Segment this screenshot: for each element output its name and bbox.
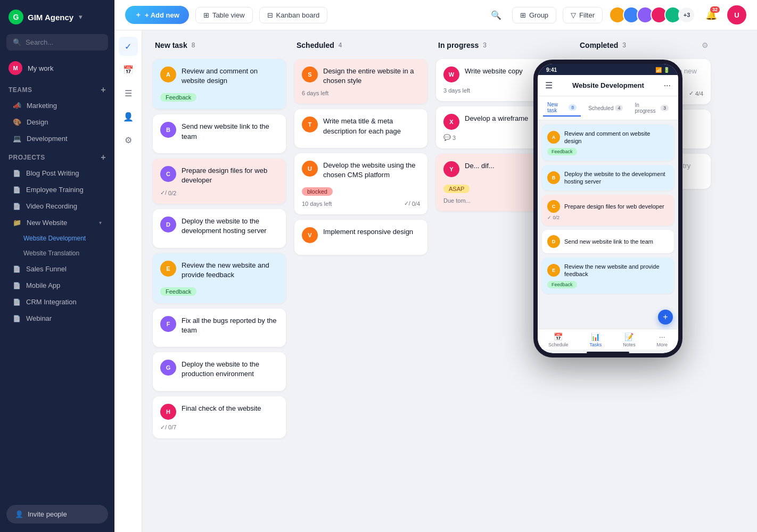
phone-card-tag-0: Feedback <box>547 148 577 155</box>
sidebar-item-webinar[interactable]: 📄 Webinar <box>4 311 110 326</box>
card-s2[interactable]: T Write meta title & meta description fo… <box>294 109 427 147</box>
col-settings-icon[interactable]: ⚙ <box>702 41 709 49</box>
teams-label: Teams <box>9 86 32 94</box>
phone-home-indicator <box>587 352 629 353</box>
card-c4[interactable]: D Deploy the website to the development … <box>153 209 286 247</box>
card-title-c1: Review and comment on website design <box>182 66 278 86</box>
notes-nav-icon: 📝 <box>624 332 633 341</box>
sidebar-item-website-translation[interactable]: Website Translation <box>4 246 110 260</box>
tool-list[interactable]: ☰ <box>119 84 138 103</box>
phone-fab-button[interactable]: + <box>658 310 673 325</box>
card-c3[interactable]: C Prepare design files for web developer… <box>153 159 286 204</box>
column-scheduled: Scheduled 4 S Design the entire website … <box>294 41 427 438</box>
mobile-icon: 📄 <box>13 282 21 289</box>
phone-tab-new-task[interactable]: New task 8 <box>543 99 581 117</box>
phone-nav-tasks[interactable]: 📊 Tasks <box>589 332 602 347</box>
card-avatar-c6: F <box>160 316 176 332</box>
sidebar-item-blog-post[interactable]: 📄 Blog Post Writing <box>4 165 110 181</box>
development-icon: 💻 <box>13 135 21 143</box>
tool-settings[interactable]: ⚙ <box>119 130 138 149</box>
projects-add-button[interactable]: + <box>101 153 106 162</box>
sidebar-item-new-website[interactable]: 📁 New Website ▾ <box>4 215 110 230</box>
teams-add-button[interactable]: + <box>101 86 106 94</box>
sidebar-item-marketing[interactable]: 📣 Marketing <box>4 98 110 113</box>
phone-nav-more[interactable]: ··· More <box>657 332 668 347</box>
card-s3[interactable]: U Develop the website using the chosen C… <box>294 153 427 214</box>
phone-card-2[interactable]: C Prepare design files for web developer… <box>542 195 674 226</box>
avatar-count: +3 <box>678 6 695 23</box>
tool-tasks[interactable]: ✓ <box>119 37 138 56</box>
phone-nav-notes[interactable]: 📝 Notes <box>623 332 636 347</box>
search-button[interactable]: 🔍 <box>487 5 506 24</box>
notifications-button[interactable]: 🔔 32 <box>702 5 721 24</box>
team-avatars[interactable]: +3 <box>609 6 695 23</box>
crm-icon: 📄 <box>13 298 21 306</box>
sales-label: Sales Funnel <box>26 265 67 273</box>
sidebar-item-crm[interactable]: 📄 CRM Integration <box>4 294 110 310</box>
tool-calendar[interactable]: 📅 <box>119 60 138 79</box>
phone-tab-in-progress[interactable]: In progress 3 <box>630 99 673 117</box>
tool-user[interactable]: 👤 <box>119 107 138 126</box>
kanban-board-button[interactable]: ⊟ Kanban board <box>259 7 328 23</box>
card-days-s1: 6 days left <box>302 90 420 96</box>
phone-more-icon[interactable]: ··· <box>664 81 671 90</box>
folder-icon: 📁 <box>13 219 21 227</box>
card-c8[interactable]: H Final check of the website ✓/ 0/7 <box>153 396 286 438</box>
card-check-d1: ✓ 4/4 <box>689 90 703 97</box>
card-c6[interactable]: F Fix all the bugs reported by the team <box>153 309 286 347</box>
user-profile-avatar[interactable]: U <box>727 5 746 24</box>
card-title-c7: Deploy the website to the production env… <box>182 360 278 379</box>
phone-card-tag-4: Feedback <box>547 281 577 288</box>
marketing-label: Marketing <box>27 102 57 110</box>
comment-icon-p2: 💬 <box>443 134 451 141</box>
card-c5[interactable]: E Review the new website and provide fee… <box>153 253 286 303</box>
group-button[interactable]: ⊞ Group <box>512 7 556 23</box>
card-title-p3: De... dif... <box>465 161 495 171</box>
phone-card-av-3: D <box>547 235 560 248</box>
card-c7[interactable]: G Deploy the website to the production e… <box>153 352 286 390</box>
sidebar-item-mobile[interactable]: 📄 Mobile App <box>4 278 110 293</box>
sidebar-item-design[interactable]: 🎨 Design <box>4 114 110 130</box>
logo-icon: G <box>9 10 23 24</box>
card-title-c2: Send new website link to the team <box>182 122 278 141</box>
sidebar-item-video[interactable]: 📄 Video Recording <box>4 198 110 214</box>
tasks-icon: ✓ <box>125 41 131 52</box>
card-s1[interactable]: S Design the entire website in a chosen … <box>294 59 427 104</box>
card-tag-c5: Feedback <box>160 287 196 296</box>
my-work-item[interactable]: M My work <box>0 57 114 79</box>
col-header-new-task: New task 8 <box>153 41 286 54</box>
add-new-button[interactable]: ＋ + Add new <box>125 6 189 24</box>
card-s4[interactable]: V Implement responsive design <box>294 220 427 255</box>
phone-card-1[interactable]: B Deploy the website to the development … <box>542 165 674 191</box>
phone-menu-icon[interactable]: ☰ <box>545 80 553 90</box>
table-icon: ⊞ <box>203 11 209 19</box>
app-logo[interactable]: G GIM Agency ▾ <box>0 0 114 34</box>
card-c2[interactable]: B Send new website link to the team <box>153 114 286 153</box>
invite-people-button[interactable]: 👤 Invite people <box>6 505 108 523</box>
development-label: Development <box>27 135 68 143</box>
video-icon: 📄 <box>13 203 21 210</box>
card-title-c6: Fix all the bugs reported by the team <box>182 316 278 335</box>
card-title-c3: Prepare design files for web developer <box>182 166 278 185</box>
phone-nav-schedule[interactable]: 📅 Schedule <box>548 332 569 347</box>
sidebar-item-website-development[interactable]: Website Development <box>4 231 110 245</box>
topbar: ＋ + Add new ⊞ Table view ⊟ Kanban board … <box>114 0 757 30</box>
card-days-p1: 3 days left <box>443 87 470 94</box>
sidebar-item-development[interactable]: 💻 Development <box>4 131 110 146</box>
card-title-c5: Review the new website and provide feedb… <box>182 261 278 280</box>
phone-card-3[interactable]: D Send new website link to the team <box>542 230 674 253</box>
phone-content: A Review and comment on website design F… <box>538 120 678 310</box>
table-view-label: Table view <box>212 11 245 19</box>
phone-card-0[interactable]: A Review and comment on website design F… <box>542 124 674 161</box>
sidebar-item-employee[interactable]: 📄 Employee Training <box>4 182 110 197</box>
phone-tab-scheduled[interactable]: Scheduled 4 <box>584 99 627 117</box>
search-box[interactable]: 🔍 Search... <box>6 34 108 51</box>
phone-card-4[interactable]: E Review the new website and provide fee… <box>542 257 674 294</box>
table-view-button[interactable]: ⊞ Table view <box>195 7 253 23</box>
card-title-s1: Design the entire website in a chosen st… <box>323 66 420 86</box>
card-c1[interactable]: A Review and comment on website design F… <box>153 59 286 109</box>
filter-button[interactable]: ▽ Filter <box>563 7 603 23</box>
notification-badge: 32 <box>710 6 720 13</box>
invite-label: Invite people <box>28 510 67 518</box>
sidebar-item-sales[interactable]: 📄 Sales Funnel <box>4 261 110 277</box>
